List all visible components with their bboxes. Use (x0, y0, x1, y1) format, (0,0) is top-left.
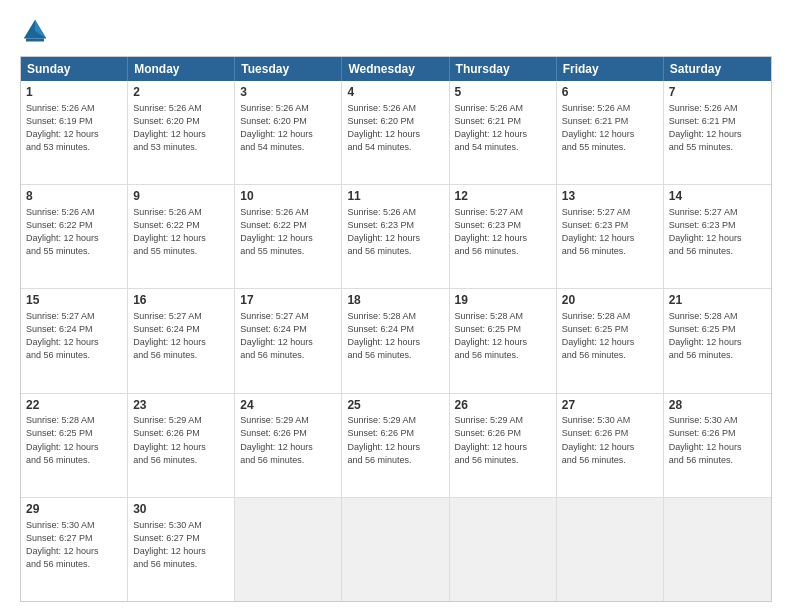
day-info: Sunrise: 5:26 AMSunset: 6:19 PMDaylight:… (26, 102, 122, 154)
day-info: Sunrise: 5:29 AMSunset: 6:26 PMDaylight:… (455, 414, 551, 466)
day-info: Sunrise: 5:26 AMSunset: 6:20 PMDaylight:… (133, 102, 229, 154)
day-number: 6 (562, 84, 658, 101)
header-day-thursday: Thursday (450, 57, 557, 81)
day-info: Sunrise: 5:28 AMSunset: 6:24 PMDaylight:… (347, 310, 443, 362)
calendar-cell: 5Sunrise: 5:26 AMSunset: 6:21 PMDaylight… (450, 81, 557, 184)
day-number: 2 (133, 84, 229, 101)
calendar-cell: 12Sunrise: 5:27 AMSunset: 6:23 PMDayligh… (450, 185, 557, 288)
calendar-header: SundayMondayTuesdayWednesdayThursdayFrid… (21, 57, 771, 81)
day-info: Sunrise: 5:26 AMSunset: 6:22 PMDaylight:… (26, 206, 122, 258)
day-info: Sunrise: 5:26 AMSunset: 6:20 PMDaylight:… (347, 102, 443, 154)
day-number: 5 (455, 84, 551, 101)
calendar-cell (235, 498, 342, 601)
calendar-cell: 2Sunrise: 5:26 AMSunset: 6:20 PMDaylight… (128, 81, 235, 184)
day-number: 26 (455, 397, 551, 414)
day-info: Sunrise: 5:27 AMSunset: 6:24 PMDaylight:… (240, 310, 336, 362)
day-number: 28 (669, 397, 766, 414)
day-info: Sunrise: 5:29 AMSunset: 6:26 PMDaylight:… (240, 414, 336, 466)
calendar-cell: 16Sunrise: 5:27 AMSunset: 6:24 PMDayligh… (128, 289, 235, 392)
calendar-week-1: 1Sunrise: 5:26 AMSunset: 6:19 PMDaylight… (21, 81, 771, 184)
day-info: Sunrise: 5:26 AMSunset: 6:21 PMDaylight:… (562, 102, 658, 154)
header-day-saturday: Saturday (664, 57, 771, 81)
calendar-cell: 7Sunrise: 5:26 AMSunset: 6:21 PMDaylight… (664, 81, 771, 184)
calendar-cell: 23Sunrise: 5:29 AMSunset: 6:26 PMDayligh… (128, 394, 235, 497)
day-info: Sunrise: 5:26 AMSunset: 6:23 PMDaylight:… (347, 206, 443, 258)
day-number: 7 (669, 84, 766, 101)
calendar-cell (557, 498, 664, 601)
calendar-cell: 22Sunrise: 5:28 AMSunset: 6:25 PMDayligh… (21, 394, 128, 497)
day-number: 27 (562, 397, 658, 414)
day-number: 1 (26, 84, 122, 101)
header-day-monday: Monday (128, 57, 235, 81)
day-info: Sunrise: 5:26 AMSunset: 6:22 PMDaylight:… (133, 206, 229, 258)
logo (20, 16, 54, 46)
page: SundayMondayTuesdayWednesdayThursdayFrid… (0, 0, 792, 612)
day-number: 8 (26, 188, 122, 205)
calendar-cell: 3Sunrise: 5:26 AMSunset: 6:20 PMDaylight… (235, 81, 342, 184)
day-info: Sunrise: 5:29 AMSunset: 6:26 PMDaylight:… (133, 414, 229, 466)
day-number: 14 (669, 188, 766, 205)
day-info: Sunrise: 5:27 AMSunset: 6:23 PMDaylight:… (455, 206, 551, 258)
calendar-week-5: 29Sunrise: 5:30 AMSunset: 6:27 PMDayligh… (21, 497, 771, 601)
day-number: 22 (26, 397, 122, 414)
calendar-cell: 28Sunrise: 5:30 AMSunset: 6:26 PMDayligh… (664, 394, 771, 497)
calendar-week-4: 22Sunrise: 5:28 AMSunset: 6:25 PMDayligh… (21, 393, 771, 497)
calendar-cell: 26Sunrise: 5:29 AMSunset: 6:26 PMDayligh… (450, 394, 557, 497)
calendar-cell: 30Sunrise: 5:30 AMSunset: 6:27 PMDayligh… (128, 498, 235, 601)
day-info: Sunrise: 5:26 AMSunset: 6:20 PMDaylight:… (240, 102, 336, 154)
day-info: Sunrise: 5:26 AMSunset: 6:21 PMDaylight:… (455, 102, 551, 154)
calendar-cell: 10Sunrise: 5:26 AMSunset: 6:22 PMDayligh… (235, 185, 342, 288)
day-info: Sunrise: 5:27 AMSunset: 6:24 PMDaylight:… (26, 310, 122, 362)
calendar-body: 1Sunrise: 5:26 AMSunset: 6:19 PMDaylight… (21, 81, 771, 601)
day-number: 24 (240, 397, 336, 414)
calendar-cell: 14Sunrise: 5:27 AMSunset: 6:23 PMDayligh… (664, 185, 771, 288)
header (20, 16, 772, 46)
day-number: 20 (562, 292, 658, 309)
day-number: 23 (133, 397, 229, 414)
day-number: 12 (455, 188, 551, 205)
day-info: Sunrise: 5:27 AMSunset: 6:23 PMDaylight:… (562, 206, 658, 258)
header-day-friday: Friday (557, 57, 664, 81)
calendar-cell: 13Sunrise: 5:27 AMSunset: 6:23 PMDayligh… (557, 185, 664, 288)
calendar-cell: 1Sunrise: 5:26 AMSunset: 6:19 PMDaylight… (21, 81, 128, 184)
calendar-cell: 6Sunrise: 5:26 AMSunset: 6:21 PMDaylight… (557, 81, 664, 184)
day-info: Sunrise: 5:26 AMSunset: 6:22 PMDaylight:… (240, 206, 336, 258)
calendar-week-3: 15Sunrise: 5:27 AMSunset: 6:24 PMDayligh… (21, 288, 771, 392)
calendar-cell: 19Sunrise: 5:28 AMSunset: 6:25 PMDayligh… (450, 289, 557, 392)
day-number: 15 (26, 292, 122, 309)
day-number: 30 (133, 501, 229, 518)
calendar-cell: 25Sunrise: 5:29 AMSunset: 6:26 PMDayligh… (342, 394, 449, 497)
day-info: Sunrise: 5:28 AMSunset: 6:25 PMDaylight:… (26, 414, 122, 466)
day-info: Sunrise: 5:30 AMSunset: 6:27 PMDaylight:… (26, 519, 122, 571)
calendar-cell: 20Sunrise: 5:28 AMSunset: 6:25 PMDayligh… (557, 289, 664, 392)
calendar-cell: 18Sunrise: 5:28 AMSunset: 6:24 PMDayligh… (342, 289, 449, 392)
header-day-wednesday: Wednesday (342, 57, 449, 81)
day-number: 13 (562, 188, 658, 205)
day-info: Sunrise: 5:30 AMSunset: 6:26 PMDaylight:… (562, 414, 658, 466)
header-day-tuesday: Tuesday (235, 57, 342, 81)
day-number: 10 (240, 188, 336, 205)
day-info: Sunrise: 5:28 AMSunset: 6:25 PMDaylight:… (562, 310, 658, 362)
day-info: Sunrise: 5:30 AMSunset: 6:26 PMDaylight:… (669, 414, 766, 466)
calendar-week-2: 8Sunrise: 5:26 AMSunset: 6:22 PMDaylight… (21, 184, 771, 288)
logo-icon (20, 16, 50, 46)
day-info: Sunrise: 5:27 AMSunset: 6:23 PMDaylight:… (669, 206, 766, 258)
calendar-cell (664, 498, 771, 601)
day-info: Sunrise: 5:30 AMSunset: 6:27 PMDaylight:… (133, 519, 229, 571)
calendar-cell: 8Sunrise: 5:26 AMSunset: 6:22 PMDaylight… (21, 185, 128, 288)
calendar-cell: 29Sunrise: 5:30 AMSunset: 6:27 PMDayligh… (21, 498, 128, 601)
calendar-cell: 15Sunrise: 5:27 AMSunset: 6:24 PMDayligh… (21, 289, 128, 392)
day-number: 16 (133, 292, 229, 309)
calendar-cell: 4Sunrise: 5:26 AMSunset: 6:20 PMDaylight… (342, 81, 449, 184)
day-number: 17 (240, 292, 336, 309)
day-number: 25 (347, 397, 443, 414)
header-day-sunday: Sunday (21, 57, 128, 81)
day-info: Sunrise: 5:26 AMSunset: 6:21 PMDaylight:… (669, 102, 766, 154)
day-number: 3 (240, 84, 336, 101)
day-info: Sunrise: 5:28 AMSunset: 6:25 PMDaylight:… (455, 310, 551, 362)
day-number: 9 (133, 188, 229, 205)
calendar-cell: 17Sunrise: 5:27 AMSunset: 6:24 PMDayligh… (235, 289, 342, 392)
day-number: 11 (347, 188, 443, 205)
calendar: SundayMondayTuesdayWednesdayThursdayFrid… (20, 56, 772, 602)
calendar-cell: 27Sunrise: 5:30 AMSunset: 6:26 PMDayligh… (557, 394, 664, 497)
